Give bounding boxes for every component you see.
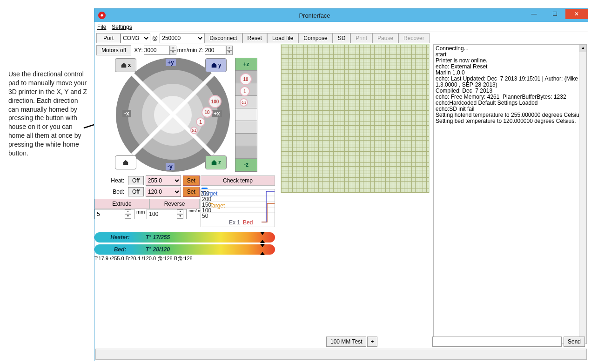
extrude-length-input[interactable]	[95, 209, 125, 219]
status-line: T:17.9 /255.0 B:20.4 /120.0 @:128 B@:128	[94, 256, 193, 261]
annotation-left: Use the directional control pad to manua…	[8, 70, 90, 158]
recover-button[interactable]: Recover	[398, 33, 430, 43]
distance-100[interactable]: 100	[208, 95, 222, 108]
home-x-button[interactable]: x	[115, 58, 136, 72]
log-text: Connecting... start Printer is now onlin…	[436, 45, 584, 124]
reset-button[interactable]: Reset	[242, 33, 267, 43]
heater-bar-label: Heater:	[94, 234, 146, 241]
menu-settings[interactable]: Settings	[112, 24, 132, 30]
xy-label: XY:	[132, 47, 143, 54]
port-label: Port	[96, 33, 121, 43]
titlebar: Pronterface — ☐ ✕	[94, 9, 588, 22]
status-bar	[95, 349, 587, 360]
temp-graph[interactable]: Target 250 200 150 Target 100 50 Bed Ex …	[201, 189, 275, 227]
heat-set-button[interactable]: Set	[183, 175, 200, 186]
extrude-button[interactable]: Extrude	[94, 199, 149, 209]
heater-bar-value: T° 17/255	[146, 234, 170, 241]
console-log[interactable]: Connecting... start Printer is now onlin…	[433, 44, 587, 344]
reverse-button[interactable]: Reverse	[149, 199, 200, 209]
toolbar-speed: Motors off XY: ▲▼ mm/min Z: ▲▼	[96, 45, 233, 55]
sd-button[interactable]: SD	[333, 33, 351, 43]
xy-speed-input[interactable]	[144, 46, 170, 55]
bed-label: Bed:	[106, 189, 126, 195]
heat-temp-select[interactable]: 255.0	[146, 175, 181, 186]
minimize-button[interactable]: —	[524, 9, 544, 19]
heat-off-button[interactable]: Off	[128, 176, 144, 185]
z-step-01n[interactable]	[235, 121, 257, 134]
mmminz-label: mm/min Z:	[177, 47, 204, 54]
distance-1[interactable]: 1	[196, 117, 205, 127]
log-scrollbar[interactable]: ▲	[579, 45, 586, 344]
distance-01[interactable]: 0.1	[190, 127, 198, 134]
plus-x-label[interactable]: +x	[212, 110, 222, 117]
home-y-button[interactable]: y	[205, 58, 227, 72]
menu-file[interactable]: File	[97, 24, 106, 30]
close-button[interactable]: ✕	[565, 9, 588, 19]
compose-button[interactable]: Compose	[298, 33, 332, 43]
z-distance-10[interactable]: 10	[240, 73, 252, 85]
send-button[interactable]: Send	[564, 337, 585, 347]
load-file-button[interactable]: Load file	[267, 33, 298, 43]
minus-y-label[interactable]: -y	[166, 163, 175, 170]
print-button[interactable]: Print	[350, 33, 372, 43]
pause-button[interactable]: Pause	[372, 33, 398, 43]
z-step-1n[interactable]	[235, 134, 257, 146]
window-title: Pronterface	[106, 12, 524, 19]
heat-label: Heat:	[106, 177, 126, 184]
bed-bar: Bed: T° 20/120	[94, 244, 275, 255]
xy-spin-arrows[interactable]: ▲▼	[170, 46, 176, 55]
z-distance-1[interactable]: 1	[240, 86, 250, 96]
gcode-input[interactable]	[432, 337, 562, 347]
heater-bar: Heater: T° 17/255	[94, 232, 275, 243]
toolbar-top: Port COM3 @ 250000 Disconnect Reset Load…	[96, 33, 430, 43]
app-icon	[98, 12, 106, 19]
port-select[interactable]: COM3	[121, 34, 150, 43]
bed-bar-label: Bed:	[94, 246, 146, 253]
motors-off-button[interactable]: Motors off	[96, 45, 131, 55]
at-symbol: @	[150, 35, 160, 41]
bed-off-button[interactable]: Off	[128, 187, 144, 196]
add-macro-button[interactable]: +	[367, 337, 377, 347]
z-speed-input[interactable]	[205, 46, 226, 55]
home-z-button[interactable]: z	[205, 155, 227, 169]
z-spin-arrows[interactable]: ▲▼	[226, 46, 233, 55]
bed-bar-value: T° 20/120	[146, 246, 170, 253]
minus-x-label[interactable]: -x	[122, 110, 131, 117]
length-unit: mm	[134, 209, 147, 219]
baud-select[interactable]: 250000	[160, 34, 204, 43]
maximize-button[interactable]: ☐	[544, 9, 565, 19]
check-temp-button[interactable]: Check temp	[201, 175, 275, 186]
bed-temp-select[interactable]: 120.0	[146, 187, 181, 197]
plus-y-label[interactable]: +y	[166, 59, 176, 66]
100mm-test-button[interactable]: 100 MM Test	[326, 337, 366, 347]
z-step-10n[interactable]	[235, 146, 257, 159]
home-all-button[interactable]	[115, 155, 136, 169]
minus-z-button[interactable]: -z	[235, 159, 257, 171]
z-center	[235, 108, 257, 121]
disconnect-button[interactable]: Disconnect	[204, 33, 242, 43]
extrude-speed-input[interactable]	[147, 209, 177, 219]
distance-10[interactable]: 10	[201, 107, 213, 118]
bed-preview[interactable]	[281, 44, 430, 193]
z-distance-01[interactable]: 0.1	[240, 98, 248, 107]
bed-set-button[interactable]: Set	[183, 187, 200, 197]
menubar: File Settings	[94, 22, 588, 32]
xy-control-pad[interactable]: +y -y +x -x 100 10 1 0.1	[116, 58, 230, 172]
app-window: Pronterface — ☐ ✕ File Settings Port COM…	[94, 8, 588, 361]
plus-z-button[interactable]: +z	[235, 58, 257, 71]
